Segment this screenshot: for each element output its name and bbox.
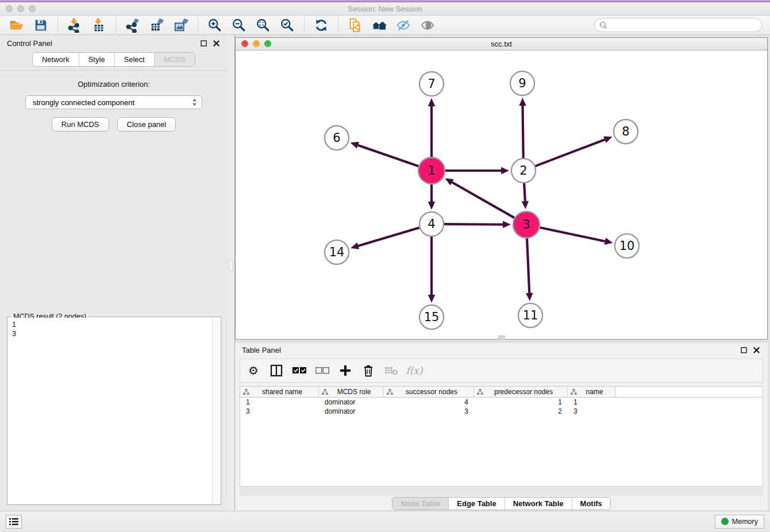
control-panel-float-button[interactable] [199,38,208,48]
column-header-name[interactable]: name [568,387,616,397]
edge-2-3[interactable] [524,183,525,201]
show-columns-button[interactable] [269,363,284,378]
table-cell[interactable]: 3 [240,407,319,416]
search-field[interactable] [594,18,762,32]
task-list-icon [9,518,18,526]
zoom-in-button[interactable] [204,17,226,34]
close-panel-button[interactable]: Close panel [117,117,176,132]
select-all-columns-button[interactable] [292,363,307,378]
network-graph[interactable]: 7968124310141511 [236,51,767,339]
network-zoom-button[interactable]: + [264,40,271,47]
tab-mcds[interactable]: MCDS [155,53,195,66]
table-cell[interactable]: 3 [384,407,474,416]
edge-4-3[interactable] [444,224,503,225]
edge-2-8[interactable] [536,140,605,166]
edge-3-1[interactable] [452,182,515,218]
export-table-button[interactable] [146,17,168,34]
mcds-result-text[interactable]: 1 3 [8,318,212,504]
edge-1-6[interactable] [358,145,418,166]
edge-3-10[interactable] [540,228,605,241]
network-window-titlebar[interactable]: ✕ − + scc.txt [236,38,767,51]
zoom-selected-button[interactable] [276,17,298,34]
app-minimize-button[interactable] [17,5,24,12]
task-history-button[interactable] [6,515,22,529]
column-header-shared-name[interactable]: shared name [240,387,319,397]
edge-arrowhead [428,98,435,106]
table-cell[interactable]: 1 [568,398,616,407]
edge-3-11[interactable] [527,238,529,293]
refresh-view-button[interactable] [310,17,332,34]
table-cell[interactable]: 1 [474,398,568,407]
import-network-button[interactable] [64,17,86,34]
edge-arrowhead [501,167,509,174]
edge-arrowhead [351,242,359,249]
status-bar: Memory [0,511,770,531]
hide-selected-button[interactable] [392,17,414,34]
table-cell[interactable]: dominator [319,398,384,407]
table-panel-close-button[interactable] [752,345,761,354]
table-cell[interactable]: 2 [474,407,568,416]
node-label-6: 6 [333,131,340,145]
tab-node-table[interactable]: Node Table [392,498,449,510]
tab-edge-table[interactable]: Edge Table [449,498,505,510]
table-cell[interactable]: 4 [384,398,474,407]
delete-table-button[interactable] [384,363,399,378]
control-panel-close-button[interactable] [211,38,221,48]
refresh-icon [314,18,329,33]
table-panel-float-button[interactable] [739,345,748,354]
import-table-icon [91,18,106,33]
tab-network[interactable]: Network [33,53,79,66]
delete-column-button[interactable] [361,363,376,378]
import-network-icon [67,18,82,33]
show-all-button[interactable] [417,17,438,34]
panel-splitter[interactable] [228,35,235,511]
table-tabs: Node Table Edge Table Network Table Moti… [235,496,768,511]
memory-button[interactable]: Memory [715,515,764,529]
import-table-button[interactable] [88,17,110,34]
clone-network-button[interactable] [344,17,366,34]
criterion-dropdown[interactable]: strongly connected component [25,95,202,109]
app-close-button[interactable] [6,5,13,12]
export-network-button[interactable] [122,17,144,34]
splitter-grip[interactable] [229,260,233,271]
column-header-MCDS-role[interactable]: MCDS role [319,387,384,397]
tab-style[interactable]: Style [79,53,115,66]
network-minimize-button[interactable]: − [253,40,260,47]
node-table: shared nameMCDS rolesuccessor nodesprede… [240,386,763,486]
zoom-fit-button[interactable] [252,17,274,34]
create-column-button[interactable] [338,363,353,378]
attribute-tree-icon [477,389,483,395]
edge-arrowhead [526,293,533,301]
home-button[interactable] [368,17,390,34]
table-row[interactable]: 1dominator411 [240,398,763,407]
search-input[interactable] [610,21,757,29]
table-cell[interactable]: 3 [568,407,616,416]
tab-select[interactable]: Select [115,53,155,66]
table-cell[interactable]: dominator [319,407,384,416]
network-canvas[interactable]: 7968124310141511 [236,51,767,339]
network-view-window: ✕ − + scc.txt 7968124310141511 [235,37,768,340]
export-image-button[interactable] [170,17,192,34]
column-header-predecessor-nodes[interactable]: predecessor nodes [474,387,568,397]
column-header-successor-nodes[interactable]: successor nodes [384,387,474,397]
tab-motifs[interactable]: Motifs [572,498,610,510]
tab-network-table[interactable]: Network Table [505,498,572,510]
function-builder-button[interactable]: f(x) [407,363,422,378]
edge-arrowhead [605,238,613,245]
result-scrollbar[interactable] [212,318,220,504]
run-mcds-button[interactable]: Run MCDS [52,117,109,132]
edge-2-9[interactable] [523,106,523,158]
save-session-button[interactable] [30,17,52,34]
network-window-resize-grip[interactable] [498,336,505,340]
deselect-all-columns-button[interactable] [315,363,330,378]
table-settings-button[interactable]: ⚙ [246,363,261,378]
edge-4-14[interactable] [358,228,419,246]
app-zoom-button[interactable] [29,5,36,12]
table-cell[interactable]: 1 [240,398,319,407]
fx-icon: f(x) [406,365,422,376]
zoom-out-button[interactable] [228,17,250,34]
table-row[interactable]: 3dominator323 [240,407,763,416]
table-header-row: shared nameMCDS rolesuccessor nodesprede… [240,387,763,398]
open-session-button[interactable] [6,17,28,34]
network-close-button[interactable]: ✕ [241,40,248,47]
